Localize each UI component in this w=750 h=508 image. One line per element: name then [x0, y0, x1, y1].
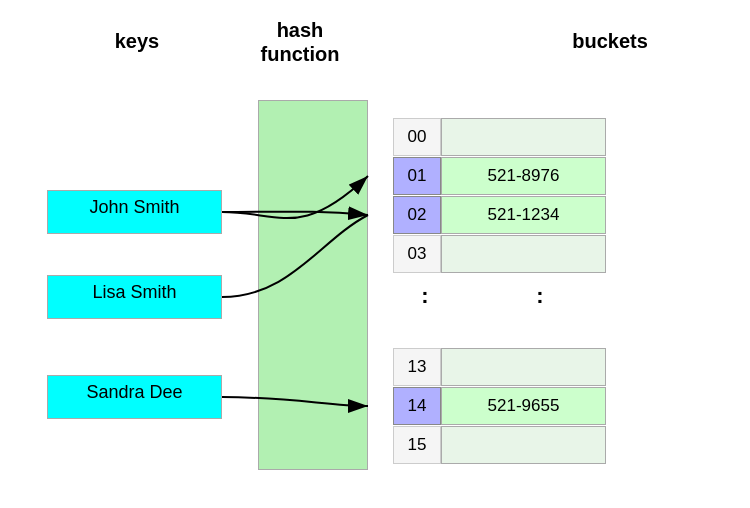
bucket-value-03 — [441, 235, 606, 273]
bucket-value-15 — [441, 426, 606, 464]
hash-function-header: hash function — [230, 18, 370, 66]
hash-label-line1: hash — [277, 19, 324, 41]
key-john-smith: John Smith — [47, 190, 222, 234]
bucket-index-01: 01 — [393, 157, 441, 195]
bucket-value-14: 521-9655 — [441, 387, 606, 425]
bucket-index-03: 03 — [393, 235, 441, 273]
diagram: keys hash function buckets John Smith Li… — [0, 0, 750, 508]
hash-label-line2: function — [261, 43, 340, 65]
bucket-value-13 — [441, 348, 606, 386]
bucket-value-02: 521-1234 — [441, 196, 606, 234]
bucket-index-15: 15 — [393, 426, 441, 464]
bucket-index-02: 02 — [393, 196, 441, 234]
bucket-value-00 — [441, 118, 606, 156]
hash-function-rect — [258, 100, 368, 470]
arrows-svg — [0, 0, 750, 508]
bucket-index-14: 14 — [393, 387, 441, 425]
key-sandra-dee: Sandra Dee — [47, 375, 222, 419]
bucket-value-01: 521-8976 — [441, 157, 606, 195]
bucket-index-00: 00 — [393, 118, 441, 156]
ellipsis-value: : — [510, 283, 570, 309]
key-lisa-smith: Lisa Smith — [47, 275, 222, 319]
buckets-header: buckets — [530, 30, 690, 53]
keys-header: keys — [47, 30, 227, 53]
bucket-index-13: 13 — [393, 348, 441, 386]
ellipsis-index: : — [405, 283, 445, 309]
